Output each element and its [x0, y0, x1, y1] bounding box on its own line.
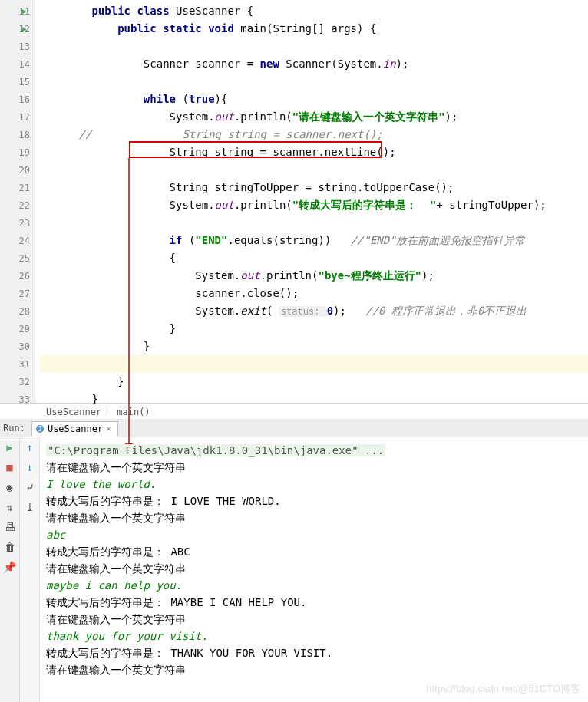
run-config-tab[interactable]: J UseScanner ✕: [31, 421, 118, 437]
line-number[interactable]: 25: [0, 249, 35, 267]
dump-button[interactable]: ◉: [3, 480, 17, 494]
line-number[interactable]: 13: [0, 38, 35, 55]
highlight-box: [129, 141, 382, 158]
run-tab-label: UseScanner: [48, 424, 103, 434]
console-stdin-line: abc: [46, 526, 582, 543]
code-line[interactable]: Scanner scanner = new Scanner(System.in)…: [40, 55, 588, 73]
line-number[interactable]: 15: [0, 73, 35, 91]
rerun-button[interactable]: ▶: [3, 440, 17, 454]
code-line[interactable]: [40, 38, 588, 55]
line-number[interactable]: 26: [0, 267, 35, 285]
line-number[interactable]: 20: [0, 161, 35, 179]
console-stdout-line: 请在键盘输入一个英文字符串: [46, 661, 582, 678]
console-stdout-line: 转成大写后的字符串是： I LOVE THE WORLD.: [46, 493, 582, 509]
line-number[interactable]: 17: [0, 108, 35, 126]
down-button[interactable]: ↓: [23, 460, 37, 474]
run-gutter-icon[interactable]: ▶: [21, 24, 27, 34]
console-stdout-line: 请在键盘输入一个英文字符串: [46, 611, 582, 628]
console-stdout-line: 请在键盘输入一个英文字符串: [46, 459, 582, 476]
code-line[interactable]: }: [40, 373, 588, 391]
pin-button[interactable]: 📌: [3, 560, 17, 574]
console-stdout-line: 转成大写后的字符串是： THANK YOU FOR YOUR VISIT.: [46, 644, 582, 661]
editor-area: 11▶12▶1314151617181920212223242526272829…: [0, 0, 588, 404]
close-icon[interactable]: ✕: [106, 424, 111, 433]
code-line[interactable]: System.out.println("请在键盘输入一个英文字符串");: [40, 108, 588, 126]
line-number[interactable]: 30: [0, 338, 35, 355]
code-line[interactable]: {: [40, 249, 588, 267]
code-line[interactable]: [40, 73, 588, 91]
code-line[interactable]: public class UseScanner {: [40, 2, 588, 20]
console-command-line: "C:\Program Files\Java\jdk1.8.0_31\bin\j…: [46, 442, 582, 459]
line-number[interactable]: 18: [0, 126, 35, 143]
java-class-icon: J: [35, 424, 45, 433]
line-number[interactable]: 21: [0, 179, 35, 196]
run-toolbar-left: ▶ ■ ◉ ⇅ 🖶 🗑 📌: [0, 437, 20, 702]
code-line[interactable]: }: [40, 391, 588, 408]
print-button[interactable]: 🖶: [3, 520, 17, 534]
console-output[interactable]: "C:\Program Files\Java\jdk1.8.0_31\bin\j…: [40, 437, 588, 702]
line-number[interactable]: 33: [0, 391, 35, 408]
run-tool-bar: Run: J UseScanner ✕: [0, 419, 588, 437]
line-number[interactable]: 27: [0, 285, 35, 302]
watermark-text: https://blog.csdn.net/@51CTO博客: [426, 681, 580, 697]
console-stdin-line: I love the world.: [46, 476, 582, 493]
code-line[interactable]: }: [40, 338, 588, 355]
line-number[interactable]: 11▶: [0, 2, 35, 20]
svg-text:J: J: [38, 426, 41, 433]
up-button[interactable]: ↑: [23, 440, 37, 454]
line-number[interactable]: 28: [0, 302, 35, 320]
line-number[interactable]: 32: [0, 373, 35, 391]
line-number[interactable]: 16: [0, 91, 35, 108]
code-editor[interactable]: public class UseScanner { public static …: [35, 0, 588, 403]
line-number[interactable]: 19: [0, 143, 35, 161]
line-number[interactable]: 12▶: [0, 20, 35, 38]
console-stdout-line: 请在键盘输入一个英文字符串: [46, 509, 582, 526]
console-stdout-line: 转成大写后的字符串是： ABC: [46, 543, 582, 560]
code-line[interactable]: public static void main(String[] args) {: [40, 20, 588, 38]
run-toolbar-inner: ↑ ↓ ⤶ ⤓: [20, 437, 40, 702]
layout-button[interactable]: ⇅: [3, 500, 17, 514]
soft-wrap-button[interactable]: ⤶: [23, 480, 37, 494]
code-line[interactable]: [40, 355, 588, 373]
line-number[interactable]: 23: [0, 214, 35, 232]
code-line[interactable]: [40, 161, 588, 179]
code-line[interactable]: scanner.close();: [40, 285, 588, 302]
console-stdout-line: 请在键盘输入一个英文字符串: [46, 560, 582, 577]
code-line[interactable]: System.out.println("转成大写后的字符串是： "+ strin…: [40, 196, 588, 214]
line-number[interactable]: 29: [0, 320, 35, 338]
code-line[interactable]: }: [40, 320, 588, 338]
code-line[interactable]: System.out.println("bye~程序终止运行");: [40, 267, 588, 285]
stop-button[interactable]: ■: [3, 460, 17, 474]
code-line[interactable]: [40, 214, 588, 232]
console-panel: ▶ ■ ◉ ⇅ 🖶 🗑 📌 ↑ ↓ ⤶ ⤓ "C:\Program Files\…: [0, 437, 588, 702]
code-line[interactable]: String stringToUpper = string.toUpperCas…: [40, 179, 588, 196]
run-gutter-icon[interactable]: ▶: [21, 6, 27, 16]
code-line[interactable]: if ("END".equals(string)) //"END"放在前面避免报…: [40, 232, 588, 249]
delete-button[interactable]: 🗑: [3, 540, 17, 554]
console-stdin-line: thank you for your visit.: [46, 628, 582, 644]
line-number[interactable]: 22: [0, 196, 35, 214]
console-stdin-line: maybe i can help you.: [46, 577, 582, 594]
scroll-end-button[interactable]: ⤓: [23, 500, 37, 514]
line-number[interactable]: 14: [0, 55, 35, 73]
line-number-gutter[interactable]: 11▶12▶1314151617181920212223242526272829…: [0, 0, 35, 403]
console-stdout-line: 转成大写后的字符串是： MAYBE I CAN HELP YOU.: [46, 594, 582, 611]
run-label: Run:: [3, 423, 25, 433]
code-line[interactable]: System.exit( status: 0); //0 程序正常退出，非0不正…: [40, 302, 588, 320]
code-line[interactable]: while (true){: [40, 91, 588, 108]
line-number[interactable]: 24: [0, 232, 35, 249]
line-number[interactable]: 31: [0, 355, 35, 373]
